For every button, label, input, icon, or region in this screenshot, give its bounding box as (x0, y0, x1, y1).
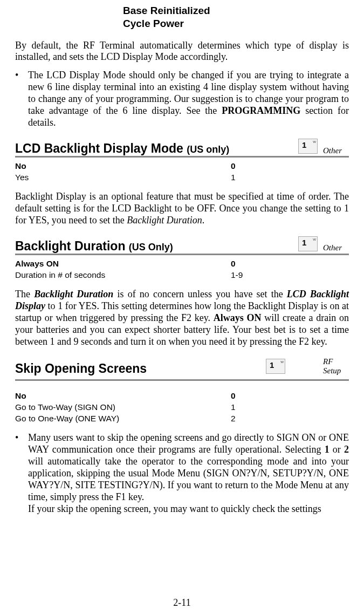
option-value: 2 (231, 413, 236, 425)
option-value: 0 (231, 391, 236, 402)
category-label: RF Setup (323, 357, 349, 375)
category-label: Other (323, 146, 349, 155)
option-row: Go to Two-Way (SIGN ON) 1 (15, 402, 349, 413)
section-paragraph: The Backlight Duration is of no concern … (15, 289, 349, 348)
option-row: Yes 1 (15, 172, 349, 183)
para-text: The (15, 289, 34, 299)
page: Base Reinitialized Cycle Power By defaul… (0, 0, 364, 615)
keycap-icon: 1 w (298, 139, 318, 154)
option-label: Go to One-Way (ONE WAY) (15, 413, 231, 425)
bullet-marker: • (15, 70, 28, 129)
para-em: Backlight Duration (34, 289, 113, 299)
section-title: Backlight Duration (US Only) (15, 240, 173, 252)
page-title-block: Base Reinitialized Cycle Power (123, 4, 349, 30)
option-label: No (15, 391, 231, 402)
options-table: Always ON 0 Duration in # of seconds 1-9 (15, 258, 349, 281)
para-text: or (329, 444, 344, 455)
option-value: 1 (231, 402, 236, 413)
option-label: No (15, 161, 231, 172)
intro-paragraph: By default, the RF Terminal automaticall… (15, 40, 349, 64)
key-1-icon: 1 w (266, 359, 285, 374)
section-title: Skip Opening Screens (15, 363, 147, 375)
section-heading-skip-opening-screens: Skip Opening Screens 1 w RF Setup (15, 357, 349, 381)
section-title-main: Backlight Duration (15, 239, 129, 253)
option-row: No 0 (15, 161, 349, 172)
options-table: No 0 Yes 1 (15, 161, 349, 183)
option-label: Go to Two-Way (SIGN ON) (15, 402, 231, 413)
bullet-marker: • (15, 432, 28, 515)
bullet1-bold: PROGRAMMING (222, 105, 300, 116)
option-value: 0 (231, 258, 236, 270)
section-heading-backlight-duration: Backlight Duration (US Only) 1 w Other (15, 236, 349, 255)
key-digit: 1 (302, 141, 306, 149)
para-text: will automatically take the operator to … (28, 456, 349, 502)
key-letter: w (313, 237, 316, 242)
bullet-item: • Many users want to skip the opening sc… (15, 432, 349, 515)
key-digit: 1 (302, 238, 306, 247)
bullet-text: Many users want to skip the opening scre… (28, 432, 349, 515)
key-digit: 1 (270, 361, 274, 369)
option-row: Duration in # of seconds 1-9 (15, 270, 349, 281)
para-bold: Always ON (214, 312, 262, 323)
para-text: Many users want to skip the opening scre… (28, 432, 349, 455)
option-label: Always ON (15, 258, 231, 270)
keycap-icon: 1 w (298, 236, 318, 251)
para-em: Backlight Duration (127, 215, 202, 226)
para-text: . (202, 215, 205, 226)
option-row: Go to One-Way (ONE WAY) 2 (15, 413, 349, 425)
section-title: LCD Backlight Display Mode (US only) (15, 142, 229, 155)
para-text: If your skip the opening screen, you may… (28, 503, 321, 514)
option-value: 1-9 (231, 270, 243, 281)
key-1-icon: 1 w (298, 236, 318, 251)
para-text: is of no concern unless you have set the (113, 289, 286, 299)
option-label: Yes (15, 172, 231, 183)
key-1-icon: 1 w (298, 139, 318, 154)
key-letter: w (313, 140, 316, 144)
category-label: Other (323, 243, 349, 252)
page-number: 2-11 (0, 597, 364, 609)
category-line2: Setup (323, 366, 341, 375)
section-title-main: LCD Backlight Display Mode (15, 141, 187, 155)
category-line1: RF (323, 357, 333, 366)
para-bold: 1 (325, 444, 329, 455)
title-line-2: Cycle Power (123, 17, 349, 30)
section-title-sub: (US only) (187, 144, 229, 155)
option-value: 0 (231, 161, 236, 172)
section-paragraph: Backlight Display is an optional feature… (15, 191, 349, 227)
section-heading-lcd-backlight-mode: LCD Backlight Display Mode (US only) 1 w… (15, 139, 349, 158)
keycap-icon: 1 w (266, 359, 285, 374)
section-title-sub: (US Only) (129, 242, 173, 252)
option-value: 1 (231, 172, 236, 183)
bullet-text: The LCD Display Mode should only be chan… (28, 70, 349, 129)
options-table: No 0 Go to Two-Way (SIGN ON) 1 Go to One… (15, 391, 349, 425)
option-label: Duration in # of seconds (15, 270, 231, 281)
option-row: No 0 (15, 391, 349, 402)
key-letter: w (280, 360, 284, 364)
option-row: Always ON 0 (15, 258, 349, 270)
bullet-item: • The LCD Display Mode should only be ch… (15, 70, 349, 129)
para-bold: 2 (344, 444, 349, 455)
title-line-1: Base Reinitialized (123, 4, 349, 17)
